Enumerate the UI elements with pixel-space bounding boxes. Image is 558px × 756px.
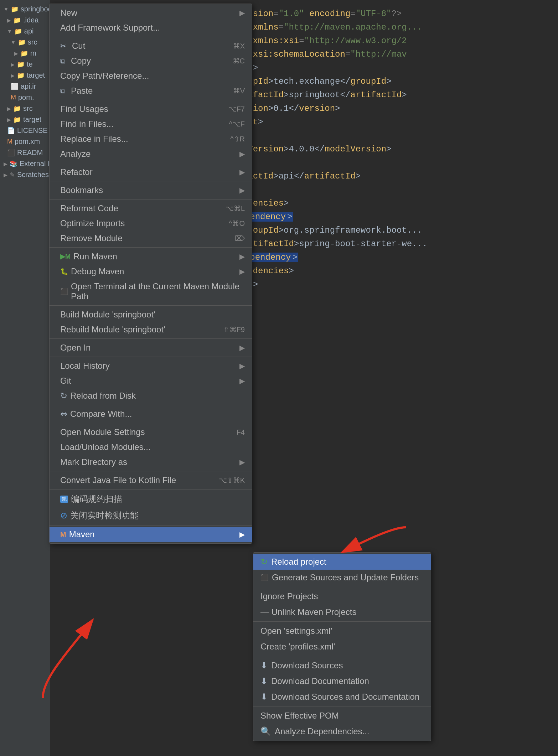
menu-label: Analyze <box>60 149 91 159</box>
arrow-to-maven <box>21 606 107 705</box>
expand-icon: ▼ <box>7 29 12 34</box>
shortcut-label: ⌘V <box>233 87 245 95</box>
menu-label: Add Framework Support... <box>60 23 160 33</box>
menu-label: Optimize Imports <box>60 218 125 228</box>
submenu-item-open-settings[interactable]: Open 'settings.xml' <box>253 623 431 639</box>
menu-label: Build Module 'springboot' <box>60 310 155 320</box>
project-item-src2[interactable]: ▶ 📁 src <box>0 103 50 114</box>
menu-divider <box>50 37 252 37</box>
submenu-arrow: ▶ <box>239 150 245 158</box>
menu-divider <box>50 305 252 306</box>
menu-label: Convert Java File to Kotlin File <box>60 475 176 485</box>
submenu-item-create-profiles[interactable]: Create 'profiles.xml' <box>253 639 431 654</box>
submenu-item-show-pom[interactable]: Show Effective POM <box>253 708 431 724</box>
menu-item-copy[interactable]: ⧉ Copy ⌘C <box>50 53 252 68</box>
menu-item-compare-with[interactable]: ⇔ Compare With... <box>50 407 252 421</box>
menu-item-optimize-imports[interactable]: Optimize Imports ^⌘O <box>50 216 252 231</box>
submenu-item-unlink-maven[interactable]: — Unlink Maven Projects <box>253 604 431 620</box>
menu-item-analyze[interactable]: Analyze ▶ <box>50 146 252 161</box>
menu-item-replace-files[interactable]: Replace in Files... ^⇧R <box>50 131 252 146</box>
item-label: api.ir <box>21 82 36 90</box>
submenu-label: — Unlink Maven Projects <box>260 607 356 617</box>
menu-item-copy-path[interactable]: Copy Path/Reference... <box>50 68 252 83</box>
expand-icon: ▶ <box>14 51 18 56</box>
submenu-arrow: ▶ <box>239 252 245 261</box>
project-item-idea[interactable]: ▶ 📁 .idea <box>0 15 50 26</box>
folder-icon: 📁 <box>17 72 25 79</box>
menu-item-load-modules[interactable]: Load/Unload Modules... <box>50 440 252 455</box>
project-item-target[interactable]: ▶ 📁 target <box>0 70 50 81</box>
menu-item-mark-directory[interactable]: Mark Directory as ▶ <box>50 455 252 470</box>
project-item-pom-xml[interactable]: M pom.xm <box>0 136 50 147</box>
project-item-external[interactable]: ▶ 📚 External Li <box>0 158 50 169</box>
menu-item-add-framework[interactable]: Add Framework Support... <box>50 20 252 35</box>
menu-item-cut[interactable]: ✂ Cut ⌘X <box>50 38 252 53</box>
menu-label: Git <box>60 376 71 386</box>
project-item-pom[interactable]: M pom. <box>0 92 50 103</box>
project-item-target2[interactable]: ▶ 📁 target <box>0 114 50 125</box>
menu-item-git[interactable]: Git ▶ <box>50 373 252 388</box>
menu-label: Load/Unload Modules... <box>60 442 151 452</box>
menu-label: Maven <box>69 529 95 539</box>
project-item-springboot[interactable]: ▼ 📁 springboo <box>0 4 50 15</box>
submenu-arrow: ▶ <box>239 458 245 466</box>
item-label: src <box>23 104 33 113</box>
project-label: springboo <box>21 5 52 13</box>
menu-item-remove-module[interactable]: Remove Module ⌦ <box>50 231 252 246</box>
project-item-api[interactable]: ▼ 📁 api <box>0 26 50 37</box>
menu-item-find-files[interactable]: Find in Files... ^⌥F <box>50 116 252 131</box>
menu-item-find-usages[interactable]: Find Usages ⌥F7 <box>50 102 252 116</box>
submenu-item-analyze-deps[interactable]: 🔍 Analyze Dependencies... <box>253 724 431 739</box>
submenu-item-download-docs[interactable]: ⬇ Download Documentation <box>253 673 431 689</box>
project-item-readme[interactable]: ⬛ READM <box>0 147 50 158</box>
menu-item-build-module[interactable]: Build Module 'springboot' <box>50 307 252 322</box>
menu-item-open-terminal[interactable]: ⬛ Open Terminal at the Current Maven Mod… <box>50 279 252 304</box>
project-item-scratches[interactable]: ▶ ✎ Scratches a <box>0 169 50 180</box>
menu-label: Copy <box>71 56 91 66</box>
menu-item-local-history[interactable]: Local History ▶ <box>50 358 252 373</box>
menu-label: Cut <box>72 41 85 51</box>
submenu-divider <box>253 656 431 656</box>
menu-item-refactor[interactable]: Refactor ▶ <box>50 165 252 180</box>
code-line: </project> <box>207 278 551 291</box>
submenu-item-download-sources[interactable]: ⬇ Download Sources <box>253 658 431 673</box>
menu-item-rebuild-module[interactable]: Rebuild Module 'springboot' ⇧⌘F9 <box>50 322 252 337</box>
submenu-item-download-both[interactable]: ⬇ Download Sources and Documentation <box>253 689 431 705</box>
file-icon: ⬛ <box>7 149 15 157</box>
menu-item-paste[interactable]: ⧉ Paste ⌘V <box>50 83 252 98</box>
menu-item-bookmarks[interactable]: Bookmarks ▶ <box>50 183 252 198</box>
menu-item-debug-maven[interactable]: 🐛 Debug Maven ▶ <box>50 264 252 279</box>
menu-item-open-in[interactable]: Open In ▶ <box>50 340 252 355</box>
menu-item-reformat[interactable]: Reformat Code ⌥⌘L <box>50 201 252 216</box>
arrow-to-reload-project <box>292 513 413 584</box>
submenu-divider <box>253 587 431 587</box>
project-item-te[interactable]: ▶ 📁 te <box>0 59 50 70</box>
menu-item-convert-java[interactable]: Convert Java File to Kotlin File ⌥⇧⌘K <box>50 473 252 488</box>
menu-item-new[interactable]: New ▶ <box>50 5 252 20</box>
menu-label: Refactor <box>60 167 93 177</box>
menu-item-open-module-settings[interactable]: Open Module Settings F4 <box>50 425 252 440</box>
submenu-item-ignore-projects[interactable]: Ignore Projects <box>253 589 431 604</box>
menu-item-close-realtime[interactable]: ⊘ 关闭实时检测功能 <box>50 507 252 524</box>
project-item-m[interactable]: ▶ 📁 m <box>0 48 50 59</box>
submenu-label: Open 'settings.xml' <box>260 626 332 636</box>
code-line: <artifactId>api</artifactId> <box>207 170 551 183</box>
menu-divider <box>50 338 252 339</box>
expand-icon: ▶ <box>11 73 15 78</box>
project-item-src[interactable]: ▼ 📁 src <box>0 37 50 48</box>
download-icon: ⬇ <box>260 661 268 670</box>
menu-label: Rebuild Module 'springboot' <box>60 325 165 335</box>
menu-item-code-scan[interactable]: 规 编码规约扫描 <box>50 491 252 507</box>
code-line: <?xml version="1.0" encoding="UTF-8"?> <box>207 7 551 21</box>
menu-item-run-maven[interactable]: ▶M Run Maven ▶ <box>50 249 252 264</box>
menu-item-maven[interactable]: M Maven ▶ <box>50 527 252 542</box>
code-line: <version>0.1</version> <box>207 102 551 115</box>
project-item-api-ir[interactable]: ⬜ api.ir <box>0 81 50 92</box>
compare-icon: ⇔ <box>60 409 67 419</box>
submenu-arrow: ▶ <box>239 267 245 276</box>
submenu-label: Show Effective POM <box>260 711 339 721</box>
item-label: api <box>24 27 34 35</box>
menu-divider <box>50 423 252 423</box>
project-item-license[interactable]: 📄 LICENSE <box>0 125 50 136</box>
menu-item-reload-disk[interactable]: ↻ Reload from Disk <box>50 388 252 403</box>
